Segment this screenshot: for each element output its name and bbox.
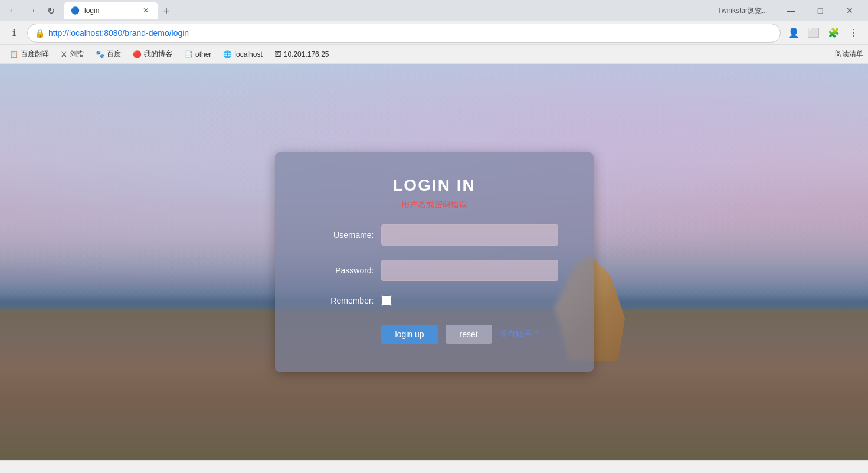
password-row: Password: bbox=[310, 260, 558, 281]
refresh-button[interactable]: ↻ bbox=[42, 2, 59, 19]
twinkstar-label: Twinkstar浏览... bbox=[713, 6, 772, 16]
bookmark-myblog-label: 我的博客 bbox=[144, 49, 172, 59]
register-link[interactable]: 没有账号？ bbox=[499, 329, 541, 340]
login-button[interactable]: login up bbox=[381, 325, 438, 344]
login-title: LOGIN IN bbox=[310, 176, 558, 195]
bookmark-baidu-label: 百度 bbox=[107, 49, 121, 59]
info-button[interactable]: ℹ bbox=[5, 24, 24, 43]
bookmark-baidu-translate-label: 百度翻译 bbox=[21, 49, 49, 59]
localhost-icon: 🌐 bbox=[223, 50, 232, 58]
extensions-button[interactable]: 🧩 bbox=[824, 24, 843, 43]
screenshot-button[interactable]: ⬜ bbox=[804, 24, 823, 43]
toolbar-icons: 👤 ⬜ 🧩 ⋮ bbox=[784, 24, 863, 43]
buttons-row: login up reset 没有账号？ bbox=[310, 325, 558, 344]
forward-button[interactable]: → bbox=[24, 2, 40, 19]
reading-list-label[interactable]: 阅读清单 bbox=[835, 49, 863, 59]
bookmark-jianzhuan-label: 剑指 bbox=[70, 49, 84, 59]
bookmark-localhost[interactable]: 🌐 localhost bbox=[218, 49, 267, 60]
maximize-button[interactable]: □ bbox=[807, 0, 834, 21]
lock-icon: 🔒 bbox=[35, 28, 45, 38]
username-input[interactable] bbox=[381, 224, 558, 246]
other-icon: 📑 bbox=[184, 50, 193, 58]
address-input[interactable] bbox=[48, 28, 773, 38]
tab-favicon: 🔵 bbox=[71, 6, 80, 15]
remember-label: Remember: bbox=[310, 296, 381, 305]
bookmarks-right: 阅读清单 bbox=[835, 49, 863, 59]
myblog-icon: 🔴 bbox=[133, 50, 142, 58]
back-button[interactable]: ← bbox=[5, 2, 21, 19]
baidu-icon: 🐾 bbox=[96, 50, 104, 58]
bookmark-ip-label: 10.201.176.25 bbox=[284, 50, 329, 58]
close-button[interactable]: ✕ bbox=[836, 0, 863, 21]
reset-button[interactable]: reset bbox=[446, 325, 492, 344]
bookmarks-bar: 📋 百度翻译 ⚔ 剑指 🐾 百度 🔴 我的博客 📑 other 🌐 localh… bbox=[0, 45, 868, 64]
address-bar-row: ℹ 🔒 👤 ⬜ 🧩 ⋮ bbox=[0, 21, 868, 45]
bookmark-other-label: other bbox=[195, 50, 211, 58]
active-tab[interactable]: 🔵 login ✕ bbox=[64, 2, 158, 19]
tab-label: login bbox=[84, 6, 99, 15]
status-bar bbox=[0, 460, 868, 473]
ip-icon: 🖼 bbox=[274, 50, 281, 58]
minimize-button[interactable]: — bbox=[777, 0, 804, 21]
password-input[interactable] bbox=[381, 260, 558, 281]
bookmark-other[interactable]: 📑 other bbox=[179, 49, 216, 60]
username-row: Username: bbox=[310, 224, 558, 246]
browser-frame: ← → ↻ 🔵 login ✕ + Twinkstar浏览... — □ ✕ ℹ… bbox=[0, 0, 868, 473]
bookmark-baidu[interactable]: 🐾 百度 bbox=[91, 48, 126, 60]
password-label: Password: bbox=[310, 266, 381, 275]
login-card: LOGIN IN 用户名或密码错误 Username: Password: Re… bbox=[275, 152, 594, 372]
bookmark-ip[interactable]: 🖼 10.201.176.25 bbox=[270, 49, 334, 60]
baidu-translate-icon: 📋 bbox=[9, 50, 18, 58]
menu-button[interactable]: ⋮ bbox=[844, 24, 863, 43]
title-bar: ← → ↻ 🔵 login ✕ + Twinkstar浏览... — □ ✕ bbox=[0, 0, 868, 21]
profile-button[interactable]: 👤 bbox=[784, 24, 803, 43]
jianzhuan-icon: ⚔ bbox=[61, 50, 67, 58]
username-label: Username: bbox=[310, 230, 381, 240]
remember-checkbox[interactable] bbox=[381, 295, 392, 306]
bookmark-localhost-label: localhost bbox=[234, 50, 262, 58]
nav-buttons: ← → ↻ bbox=[5, 2, 59, 19]
tab-close-button[interactable]: ✕ bbox=[140, 5, 151, 16]
address-input-wrap[interactable]: 🔒 bbox=[27, 24, 781, 43]
page-content: LOGIN IN 用户名或密码错误 Username: Password: Re… bbox=[0, 64, 868, 460]
login-error-message: 用户名或密码错误 bbox=[310, 200, 558, 210]
bookmark-baidu-translate[interactable]: 📋 百度翻译 bbox=[5, 48, 54, 60]
bookmark-myblog[interactable]: 🔴 我的博客 bbox=[128, 48, 177, 60]
bookmark-jianzhuan[interactable]: ⚔ 剑指 bbox=[56, 48, 89, 60]
remember-row: Remember: bbox=[310, 295, 558, 306]
window-controls: — □ ✕ bbox=[777, 0, 863, 21]
tabs-bar: 🔵 login ✕ + bbox=[64, 2, 708, 19]
new-tab-button[interactable]: + bbox=[158, 3, 175, 19]
address-bar-nav: ℹ bbox=[5, 24, 24, 43]
